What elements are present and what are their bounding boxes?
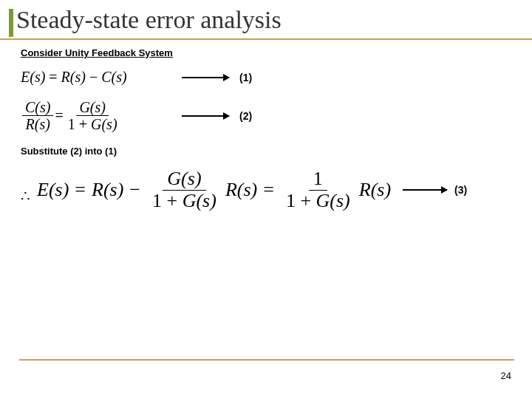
eq3-f1-num: G(s) xyxy=(163,168,205,191)
eq2-rhs-num: G(s) xyxy=(76,99,109,116)
arrow-icon xyxy=(182,115,229,117)
title-bar: Steady-state error analysis xyxy=(0,0,532,37)
page-title: Steady-state error analysis xyxy=(16,6,282,34)
eq3-frac1: G(s) 1 + G(s) xyxy=(148,168,221,211)
eq1-eq: = xyxy=(45,69,61,85)
equation-1: E(s) = R(s) − C(s) xyxy=(21,69,168,86)
substitute-text: Substitute (2) into (1) xyxy=(21,146,514,157)
eq1-minus: − xyxy=(86,69,101,85)
eq3-f2-num: 1 xyxy=(309,168,327,191)
eq3-minus: − xyxy=(129,179,140,201)
equation-3: E(s) = R(s) − G(s) 1 + G(s) R(s) = 1 1 +… xyxy=(21,168,514,211)
eq1-r: R(s) xyxy=(61,69,86,85)
arrow-icon xyxy=(182,77,229,78)
equation-1-row: E(s) = R(s) − C(s) (1) xyxy=(21,69,514,86)
eq3-frac2: 1 1 + G(s) xyxy=(282,168,355,211)
eq3-lhs: E(s) xyxy=(37,179,69,201)
eq2-rhs-fraction: G(s) 1 + G(s) xyxy=(65,99,120,132)
equation-1-tag: (1) xyxy=(239,72,252,83)
equation-2: C(s) R(s) = G(s) 1 + G(s) xyxy=(21,99,168,132)
eq2-rhs-den: 1 + G(s) xyxy=(65,116,120,132)
eq3-r2: R(s) xyxy=(225,179,257,201)
arrow-icon xyxy=(403,189,447,191)
eq2-lhs-num: C(s) xyxy=(22,99,53,116)
equation-3-tag: (3) xyxy=(454,184,467,196)
eq2-eq: = xyxy=(55,107,63,124)
eq3-eq2: = xyxy=(263,179,274,201)
eq1-c: C(s) xyxy=(101,69,126,85)
eq3-eq1: = xyxy=(75,179,86,201)
eq3-f1-den: 1 + G(s) xyxy=(148,191,221,212)
eq3-r3: R(s) xyxy=(359,179,391,201)
eq2-lhs-fraction: C(s) R(s) xyxy=(22,99,53,132)
page-number: 24 xyxy=(501,370,511,381)
equation-2-row: C(s) R(s) = G(s) 1 + G(s) (2) xyxy=(21,99,514,132)
content-area: Consider Unity Feedback System E(s) = R(… xyxy=(0,40,532,211)
accent-bar xyxy=(9,9,13,37)
equation-2-tag: (2) xyxy=(239,110,252,122)
subheading: Consider Unity Feedback System xyxy=(21,47,514,58)
eq1-lhs: E(s) xyxy=(21,69,45,85)
eq2-lhs-den: R(s) xyxy=(23,116,53,132)
bottom-divider xyxy=(19,359,514,361)
eq3-f2-den: 1 + G(s) xyxy=(282,191,355,212)
eq3-r1: R(s) xyxy=(92,179,123,201)
